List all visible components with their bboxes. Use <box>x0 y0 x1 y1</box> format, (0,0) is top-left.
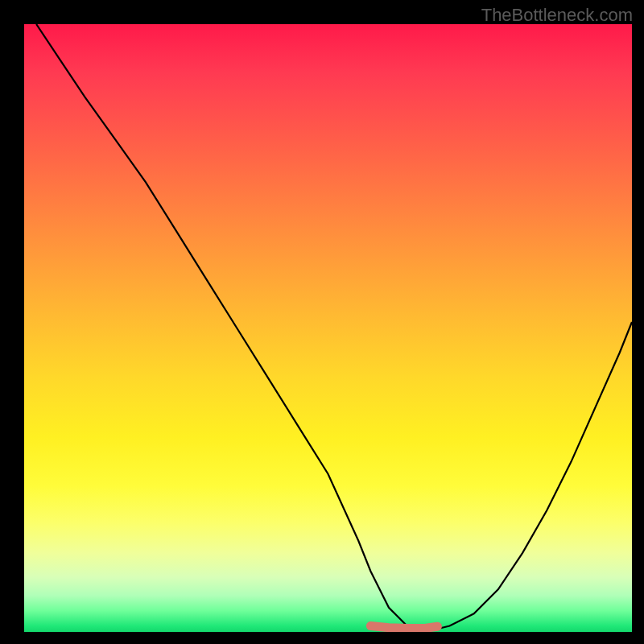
plot-area <box>24 24 632 632</box>
watermark-text: TheBottleneck.com <box>481 5 633 26</box>
chart-container: TheBottleneck.com <box>0 0 644 644</box>
flat-marker <box>370 625 437 628</box>
curve-svg <box>24 24 632 632</box>
bottleneck-curve <box>36 24 632 629</box>
